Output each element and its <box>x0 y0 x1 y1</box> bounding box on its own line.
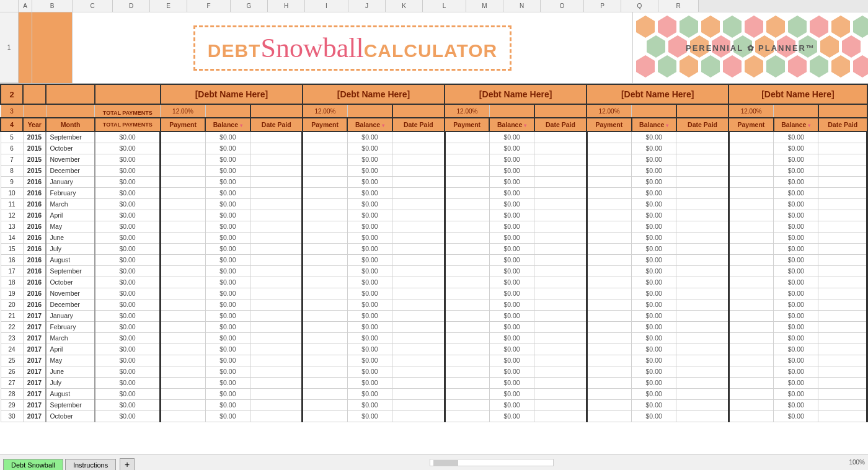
cell-balance4-10[interactable]: $0.00 <box>632 187 676 198</box>
cell-datepaid2-25[interactable] <box>392 355 445 366</box>
cell-balance1-22[interactable]: $0.00 <box>205 321 250 332</box>
cell-datepaid1-19[interactable] <box>250 288 303 299</box>
cell-payment3-5[interactable] <box>445 131 489 143</box>
cell-total-16[interactable]: $0.00 <box>95 254 161 265</box>
cell-datepaid3-25[interactable] <box>534 355 587 366</box>
cell-payment2-19[interactable] <box>303 288 347 299</box>
cell-payment1-6[interactable] <box>161 143 205 154</box>
cell-balance1-24[interactable]: $0.00 <box>205 344 250 355</box>
cell-year-26[interactable]: 2017 <box>23 366 46 377</box>
cell-month-20[interactable]: December <box>46 299 94 310</box>
cell-datepaid2-21[interactable] <box>392 310 445 321</box>
cell-balance1-14[interactable]: $0.00 <box>205 232 250 243</box>
cell-balance2-5[interactable]: $0.00 <box>347 131 392 143</box>
cell-year-27[interactable]: 2017 <box>23 377 46 388</box>
cell-balance4-9[interactable]: $0.00 <box>632 176 676 187</box>
cell-payment4-17[interactable] <box>587 265 631 277</box>
cell-datepaid2-16[interactable] <box>392 254 445 265</box>
cell-year-13[interactable]: 2016 <box>23 221 46 232</box>
debt-name-3-header[interactable]: [Debt Name Here] <box>445 84 587 104</box>
cell-datepaid3-13[interactable] <box>534 221 587 232</box>
cell-datepaid5-29[interactable] <box>818 399 867 410</box>
cell-datepaid2-29[interactable] <box>392 399 445 410</box>
cell-balance4-30[interactable]: $0.00 <box>632 410 676 422</box>
tab-instructions[interactable]: Instructions <box>65 459 116 471</box>
cell-payment2-26[interactable] <box>303 366 347 377</box>
cell-datepaid4-29[interactable] <box>676 399 728 410</box>
cell-total-5[interactable]: $0.00 <box>95 131 161 143</box>
cell-month-17[interactable]: September <box>46 265 94 277</box>
cell-payment3-25[interactable] <box>445 355 489 366</box>
cell-payment3-27[interactable] <box>445 377 489 388</box>
cell-payment4-18[interactable] <box>587 277 631 288</box>
cell-datepaid5-7[interactable] <box>818 154 867 165</box>
cell-balance2-8[interactable]: $0.00 <box>347 165 392 176</box>
cell-payment4-22[interactable] <box>587 321 631 332</box>
cell-balance1-20[interactable]: $0.00 <box>205 299 250 310</box>
cell-balance5-5[interactable]: $0.00 <box>774 131 818 143</box>
cell-balance3-12[interactable]: $0.00 <box>489 210 534 221</box>
cell-total-15[interactable]: $0.00 <box>95 243 161 254</box>
cell-datepaid5-21[interactable] <box>818 310 867 321</box>
cell-payment3-20[interactable] <box>445 299 489 310</box>
cell-payment2-13[interactable] <box>303 221 347 232</box>
cell-balance4-28[interactable]: $0.00 <box>632 388 676 399</box>
cell-total-18[interactable]: $0.00 <box>95 277 161 288</box>
cell-datepaid4-20[interactable] <box>676 299 728 310</box>
cell-payment2-20[interactable] <box>303 299 347 310</box>
cell-total-21[interactable]: $0.00 <box>95 310 161 321</box>
cell-datepaid2-9[interactable] <box>392 176 445 187</box>
cell-balance3-11[interactable]: $0.00 <box>489 198 534 210</box>
cell-payment5-11[interactable] <box>728 198 773 210</box>
cell-total-28[interactable]: $0.00 <box>95 388 161 399</box>
cell-payment4-16[interactable] <box>587 254 631 265</box>
cell-datepaid2-12[interactable] <box>392 210 445 221</box>
cell-balance4-25[interactable]: $0.00 <box>632 355 676 366</box>
cell-total-30[interactable]: $0.00 <box>95 410 161 422</box>
cell-balance2-24[interactable]: $0.00 <box>347 344 392 355</box>
cell-datepaid4-26[interactable] <box>676 366 728 377</box>
cell-payment3-6[interactable] <box>445 143 489 154</box>
cell-balance3-21[interactable]: $0.00 <box>489 310 534 321</box>
cell-datepaid2-24[interactable] <box>392 344 445 355</box>
cell-datepaid5-24[interactable] <box>818 344 867 355</box>
debt-name-1-header[interactable]: [Debt Name Here] <box>161 84 303 104</box>
cell-payment3-28[interactable] <box>445 388 489 399</box>
cell-payment1-28[interactable] <box>161 388 205 399</box>
cell-datepaid2-15[interactable] <box>392 243 445 254</box>
cell-datepaid5-8[interactable] <box>818 165 867 176</box>
cell-balance5-29[interactable]: $0.00 <box>774 399 818 410</box>
cell-payment2-29[interactable] <box>303 399 347 410</box>
cell-balance2-21[interactable]: $0.00 <box>347 310 392 321</box>
cell-total-6[interactable]: $0.00 <box>95 143 161 154</box>
cell-payment4-6[interactable] <box>587 143 631 154</box>
cell-payment4-27[interactable] <box>587 377 631 388</box>
cell-payment2-12[interactable] <box>303 210 347 221</box>
cell-balance3-25[interactable]: $0.00 <box>489 355 534 366</box>
cell-payment1-19[interactable] <box>161 288 205 299</box>
cell-datepaid1-14[interactable] <box>250 232 303 243</box>
cell-datepaid4-15[interactable] <box>676 243 728 254</box>
tab-debt-snowball[interactable]: Debt Snowball <box>3 459 63 471</box>
cell-payment3-16[interactable] <box>445 254 489 265</box>
cell-payment2-23[interactable] <box>303 332 347 344</box>
cell-year-21[interactable]: 2017 <box>23 310 46 321</box>
cell-datepaid4-28[interactable] <box>676 388 728 399</box>
cell-balance3-7[interactable]: $0.00 <box>489 154 534 165</box>
cell-datepaid3-11[interactable] <box>534 198 587 210</box>
cell-payment1-24[interactable] <box>161 344 205 355</box>
cell-datepaid4-22[interactable] <box>676 321 728 332</box>
cell-payment2-8[interactable] <box>303 165 347 176</box>
cell-balance5-25[interactable]: $0.00 <box>774 355 818 366</box>
cell-payment4-11[interactable] <box>587 198 631 210</box>
cell-balance2-22[interactable]: $0.00 <box>347 321 392 332</box>
cell-payment1-27[interactable] <box>161 377 205 388</box>
cell-payment2-14[interactable] <box>303 232 347 243</box>
cell-balance2-17[interactable]: $0.00 <box>347 265 392 277</box>
rate-2[interactable]: 12.00% <box>303 104 347 118</box>
cell-datepaid2-19[interactable] <box>392 288 445 299</box>
cell-year-24[interactable]: 2017 <box>23 344 46 355</box>
cell-balance5-24[interactable]: $0.00 <box>774 344 818 355</box>
cell-month-6[interactable]: October <box>46 143 94 154</box>
cell-datepaid4-25[interactable] <box>676 355 728 366</box>
